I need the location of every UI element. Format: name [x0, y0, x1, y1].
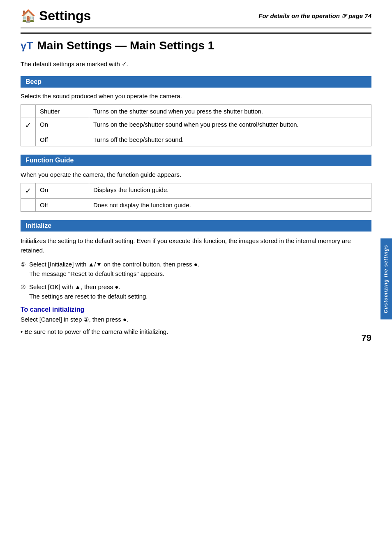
desc-cell: Turns on the beep/shutter sound when you… — [89, 118, 371, 133]
main-section-title: Main Settings — Main Settings 1 — [37, 39, 214, 52]
step-number: ① — [21, 260, 26, 269]
beep-header: Beep — [21, 76, 371, 88]
cancel-subheading: To cancel initializing — [21, 306, 371, 313]
settings-label: Settings — [39, 8, 91, 23]
checkmark-icon: ✓ — [25, 187, 31, 195]
option-cell: On — [36, 118, 89, 133]
page-number: 79 — [362, 333, 371, 343]
check-cell — [21, 105, 36, 118]
function-guide-desc: When you operate the camera, the functio… — [21, 171, 371, 178]
initialize-desc: Initializes the setting to the default s… — [21, 236, 371, 255]
desc-cell: Displays the function guide. — [89, 183, 371, 199]
step-item: ② Select [OK] with ▲, then press ●.The s… — [21, 282, 371, 301]
check-cell: ✓ — [21, 183, 36, 199]
note-text: • Be sure not to power off the camera wh… — [21, 328, 371, 335]
beep-desc: Selects the sound produced when you oper… — [21, 93, 371, 100]
option-cell: On — [36, 183, 89, 199]
step-number: ② — [21, 283, 26, 292]
option-cell: Shutter — [36, 105, 89, 118]
initialize-header: Initialize — [21, 220, 371, 232]
check-cell: ✓ — [21, 118, 36, 133]
desc-cell: Turns off the beep/shutter sound. — [89, 133, 371, 146]
checkmark-icon: ✓ — [25, 121, 31, 130]
main-section-title-bar: γT Main Settings — Main Settings 1 — [21, 32, 371, 52]
beep-table: Shutter Turns on the shutter sound when … — [21, 104, 371, 146]
side-tab: Customizing the settings — [380, 238, 392, 320]
step-item: ① Select [Initialize] with ▲/▼ on the co… — [21, 260, 371, 278]
table-row: Shutter Turns on the shutter sound when … — [21, 105, 371, 118]
page-header: 🏠 Settings For details on the operation … — [21, 8, 371, 28]
step-text: Select [Initialize] with ▲/▼ on the cont… — [29, 260, 199, 278]
step-text: Select [OK] with ▲, then press ●.The set… — [29, 282, 148, 301]
page-title: 🏠 Settings — [21, 8, 91, 23]
section-icon: γT — [21, 39, 33, 52]
check-cell — [21, 199, 36, 212]
desc-cell: Does not display the function guide. — [89, 199, 371, 212]
table-row: Off Does not display the function guide. — [21, 199, 371, 212]
option-cell: Off — [36, 199, 89, 212]
cancel-text: Select [Cancel] in step ②, then press ●. — [21, 316, 371, 323]
table-row: ✓ On Turns on the beep/shutter sound whe… — [21, 118, 371, 133]
default-note: The default settings are marked with ✓. — [21, 60, 371, 68]
option-cell: Off — [36, 133, 89, 146]
function-guide-table: ✓ On Displays the function guide. Off Do… — [21, 183, 371, 212]
check-cell — [21, 133, 36, 146]
settings-icon: 🏠 — [21, 9, 36, 23]
header-ref: For details on the operation ☞ page 74 — [258, 12, 371, 20]
desc-cell: Turns on the shutter sound when you pres… — [89, 105, 371, 118]
table-row: ✓ On Displays the function guide. — [21, 183, 371, 199]
steps-list: ① Select [Initialize] with ▲/▼ on the co… — [21, 260, 371, 301]
function-guide-header: Function Guide — [21, 155, 371, 166]
table-row: Off Turns off the beep/shutter sound. — [21, 133, 371, 146]
